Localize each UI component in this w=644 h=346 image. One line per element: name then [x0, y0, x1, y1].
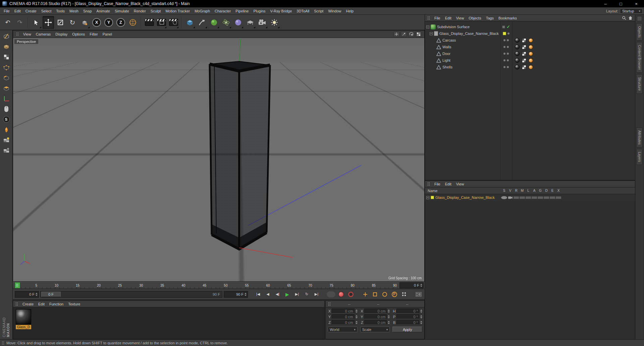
viewport-menu-view[interactable]: View: [21, 32, 34, 37]
menu-render[interactable]: Render: [131, 8, 148, 14]
z-axis-lock-button[interactable]: Z: [115, 16, 126, 29]
end-frame-field[interactable]: 90 F: [224, 291, 248, 298]
record-keyframe-button[interactable]: [337, 291, 345, 298]
pin-icon[interactable]: [637, 16, 642, 21]
layer-view-toggle[interactable]: [507, 196, 513, 199]
layout-select[interactable]: Startup ▾: [620, 8, 643, 14]
collapse-expander-icon[interactable]: [430, 32, 433, 35]
menu-file[interactable]: File: [1, 8, 12, 14]
tree-row-carcass[interactable]: Carcass: [425, 37, 635, 44]
timeline-ruler[interactable]: 0 5 10 15 20 25 30 35 40 45 50 55: [13, 282, 425, 289]
material-tag-icon[interactable]: [515, 58, 520, 63]
layer-row[interactable]: Glass_Display_Case_Narrow_Black: [425, 194, 635, 201]
menu-select[interactable]: Select: [39, 8, 54, 14]
layer-animation-toggle[interactable]: [531, 196, 537, 199]
record-scale-toggle[interactable]: [371, 291, 379, 298]
material-menu-edit[interactable]: Edit: [36, 301, 47, 307]
material-tag-icon[interactable]: [515, 45, 520, 49]
visibility-dot-icon[interactable]: [503, 46, 505, 48]
om-menu-bookmarks[interactable]: Bookmarks: [496, 15, 519, 21]
previous-key-button[interactable]: ◀: [264, 291, 272, 298]
tree-row-shells[interactable]: Shells: [425, 64, 635, 70]
menu-pipeline[interactable]: Pipeline: [233, 8, 251, 14]
material-menu-create[interactable]: Create: [20, 301, 36, 307]
tab-structure[interactable]: Structure: [636, 74, 643, 94]
last-tool-button[interactable]: [79, 16, 90, 29]
tree-row-glass-display-case[interactable]: Glass_Display_Case_Narrow_Black: [425, 30, 635, 37]
visibility-dot-icon[interactable]: [507, 53, 509, 55]
size-x-field[interactable]: 0 cm: [364, 308, 387, 313]
redo-button[interactable]: ↷: [14, 16, 25, 29]
record-parameter-toggle[interactable]: P: [390, 291, 398, 298]
deformer-button[interactable]: [232, 16, 244, 29]
layer-name-label[interactable]: Glass_Display_Case_Narrow_Black: [435, 195, 495, 199]
spline-pen-button[interactable]: [196, 16, 208, 29]
viewport-3d[interactable]: Perspective Grid Spacing : 100 cm: [13, 38, 424, 281]
menu-help[interactable]: Help: [344, 8, 356, 14]
om-menu-tags[interactable]: Tags: [484, 15, 496, 21]
visibility-dot-icon[interactable]: [503, 53, 505, 55]
model-mode-button[interactable]: [1, 42, 12, 51]
enabled-check-icon[interactable]: ✓: [506, 24, 510, 29]
visibility-dot-icon[interactable]: [507, 33, 509, 35]
layer-color-icon[interactable]: [503, 32, 506, 35]
menu-animate[interactable]: Animate: [94, 8, 112, 14]
menu-vray-bridge[interactable]: V-Ray Bridge: [268, 8, 294, 14]
texture-tag-icon[interactable]: [522, 58, 526, 63]
play-mode-button[interactable]: ↻: [303, 291, 311, 298]
tab-objects[interactable]: Objects: [636, 23, 643, 41]
layer-color-icon[interactable]: [431, 196, 434, 199]
tab-content-browser[interactable]: Content Browser: [636, 42, 643, 73]
layer-deformers-toggle[interactable]: [543, 196, 549, 199]
menu-character[interactable]: Character: [212, 8, 233, 14]
visibility-dot-icon[interactable]: [503, 66, 505, 68]
frame-slider-handle[interactable]: 0 F: [41, 292, 61, 297]
maximize-button[interactable]: □: [613, 0, 629, 7]
viewport-layout-button[interactable]: [416, 32, 422, 37]
move-tool-button[interactable]: [43, 16, 54, 29]
tab-attributes[interactable]: Attributes: [636, 127, 643, 148]
object-label[interactable]: Subdivision Surface: [437, 25, 470, 29]
visibility-dot-icon[interactable]: [507, 46, 509, 48]
viewport-menu-cameras[interactable]: Cameras: [34, 32, 53, 37]
menu-simulate[interactable]: Simulate: [112, 8, 131, 14]
layer-lock-toggle[interactable]: [525, 196, 531, 199]
menu-mograph[interactable]: MoGraph: [192, 8, 212, 14]
layer-render-toggle[interactable]: [513, 196, 519, 199]
coord-system-select[interactable]: World▾: [328, 327, 358, 332]
position-x-stepper[interactable]: [356, 309, 358, 313]
material-menu-texture[interactable]: Texture: [66, 301, 83, 307]
record-rotation-toggle[interactable]: [380, 291, 389, 298]
goto-start-button[interactable]: |◀: [254, 291, 262, 298]
lm-menu-view[interactable]: View: [454, 181, 467, 187]
layer-xref-toggle[interactable]: [555, 196, 561, 199]
close-button[interactable]: ×: [629, 0, 644, 7]
size-x-stepper[interactable]: [388, 309, 390, 313]
record-pla-toggle[interactable]: [400, 291, 408, 298]
visibility-dot-icon[interactable]: [503, 59, 505, 61]
om-menu-view[interactable]: View: [454, 15, 467, 21]
object-label[interactable]: Carcass: [442, 38, 456, 42]
previous-frame-button[interactable]: ◀|: [273, 291, 282, 298]
mograph-button[interactable]: [220, 16, 232, 29]
lm-menu-file[interactable]: File: [432, 181, 443, 187]
position-z-field[interactable]: 0 cm: [332, 320, 355, 325]
phong-tag-icon[interactable]: [529, 65, 533, 69]
search-icon[interactable]: [622, 16, 626, 20]
frame-range-slider[interactable]: 0 F 90 F: [40, 291, 222, 298]
tree-row-door[interactable]: Door: [425, 50, 635, 57]
light-button[interactable]: [269, 16, 280, 29]
rotation-h-field[interactable]: 0 °: [396, 308, 419, 313]
goto-end-button[interactable]: ▶|: [312, 291, 321, 298]
point-mode-button[interactable]: [1, 63, 12, 72]
phong-tag-icon[interactable]: [529, 45, 533, 49]
layer-generators-toggle[interactable]: [537, 196, 543, 199]
primitive-cube-button[interactable]: [184, 16, 196, 29]
undo-button[interactable]: ↶: [2, 16, 13, 29]
texture-tag-icon[interactable]: [522, 38, 526, 43]
y-axis-lock-button[interactable]: Y: [103, 16, 114, 29]
material-item[interactable]: Glass_D: [15, 309, 32, 337]
next-frame-button[interactable]: ▶|: [293, 291, 301, 298]
size-z-stepper[interactable]: [388, 321, 390, 324]
menu-tools[interactable]: Tools: [54, 8, 67, 14]
